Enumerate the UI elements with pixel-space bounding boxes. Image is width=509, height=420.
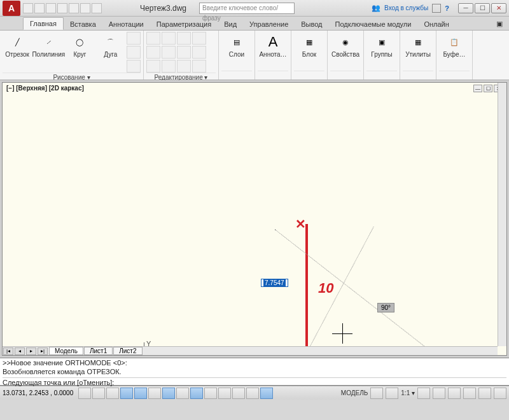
sc-toggle[interactable] — [246, 388, 259, 399]
panel-groups: ▣Группы — [364, 31, 400, 80]
tpy-toggle[interactable] — [218, 388, 231, 399]
quickview-layouts-icon[interactable] — [370, 388, 383, 399]
draw-extra-1[interactable] — [127, 32, 141, 45]
ribbon: ╱Отрезок ⟋Полилиния ◯Круг ⌒Дуга Рисовани… — [0, 31, 509, 80]
annotation-scale[interactable]: 1:1 ▾ — [401, 389, 415, 396]
toolbar-lock-icon[interactable] — [448, 388, 461, 399]
lwt-toggle[interactable] — [204, 388, 217, 399]
tab-plugins[interactable]: Подключаемые модули — [329, 18, 418, 30]
annotation-dim-h: 10 — [225, 355, 241, 356]
draw-extra-2[interactable] — [127, 46, 141, 59]
tab-nav-first-icon[interactable]: |◂ — [3, 347, 13, 355]
tab-manage[interactable]: Управление — [243, 18, 295, 30]
qat-redo-icon[interactable] — [92, 3, 102, 13]
stretch-icon[interactable] — [146, 60, 160, 73]
layout2-tab[interactable]: Лист2 — [113, 347, 142, 355]
model-tab[interactable]: Модель — [49, 347, 83, 355]
qat-open-icon[interactable] — [34, 3, 45, 13]
tab-view[interactable]: Вид — [218, 18, 243, 30]
draw-extra-3[interactable] — [127, 60, 141, 73]
modify-extra-2[interactable] — [192, 46, 206, 59]
coordinates-display[interactable]: 13.0731, 2.2453 , 0.0000 — [3, 389, 73, 396]
workspace-switching-icon[interactable] — [433, 388, 445, 399]
snap-mode-toggle[interactable] — [78, 388, 91, 399]
tab-insert[interactable]: Вставка — [64, 18, 102, 30]
sign-in-link[interactable]: Вход в службы — [384, 4, 428, 11]
hardware-accel-icon[interactable] — [463, 388, 476, 399]
help-search-input[interactable]: Введите ключевое слово/фразу — [199, 3, 295, 14]
cmd-history-1: >>Новое значение ORTHOMODE <0>: — [3, 359, 506, 368]
mirror-icon[interactable] — [162, 46, 176, 59]
app-menu-icon[interactable]: A — [3, 1, 20, 16]
block-button[interactable]: ▦Блок — [294, 32, 324, 59]
layout1-tab[interactable]: Лист1 — [84, 347, 113, 355]
circle-icon: ◯ — [70, 33, 89, 51]
tab-online[interactable]: Онлайн — [417, 18, 455, 30]
modify-extra-1[interactable] — [192, 32, 206, 45]
groups-button[interactable]: ▣Группы — [366, 32, 397, 59]
ortho-toggle[interactable] — [106, 388, 119, 399]
grid-toggle[interactable] — [92, 388, 105, 399]
circle-button[interactable]: ◯Круг — [65, 32, 94, 59]
ribbon-expand-icon[interactable]: ▣ — [490, 18, 509, 30]
panel-modify: Редактирование ▾ — [144, 31, 219, 80]
copy-icon[interactable] — [146, 46, 160, 59]
tab-nav-prev-icon[interactable]: ◂ — [15, 347, 25, 355]
model-space-label[interactable]: МОДЕЛЬ — [341, 389, 368, 396]
3dosnap-toggle[interactable] — [148, 388, 161, 399]
drawing-canvas[interactable]: [−] [Верхняя] [2D каркас] — ☐ ✕ Y X ✕ 10… — [2, 82, 507, 356]
modify-extra-3[interactable] — [192, 60, 206, 73]
maximize-button[interactable]: ☐ — [475, 3, 490, 13]
viewport-label[interactable]: [−] [Верхняя] [2D каркас] — [6, 85, 84, 92]
exchange-icon[interactable] — [432, 4, 441, 13]
otrack-toggle[interactable] — [162, 388, 175, 399]
quickview-drawings-icon[interactable] — [386, 388, 398, 399]
minimize-button[interactable]: ─ — [458, 3, 473, 13]
qat-save-icon[interactable] — [46, 3, 56, 13]
tab-annotate[interactable]: Аннотации — [102, 18, 150, 30]
scale-icon[interactable] — [162, 60, 176, 73]
viewport-maximize-icon[interactable]: ☐ — [484, 85, 492, 92]
close-button[interactable]: ✕ — [491, 3, 506, 13]
annotation-visibility-icon[interactable] — [417, 388, 430, 399]
tab-output[interactable]: Вывод — [295, 18, 328, 30]
qat-print-icon[interactable] — [69, 3, 79, 13]
fillet-icon[interactable] — [177, 46, 191, 59]
layers-button[interactable]: ▤Слои — [221, 32, 252, 59]
text-button[interactable]: AАннота… — [258, 32, 288, 59]
dyn-toggle[interactable] — [190, 388, 203, 399]
status-bar: 13.0731, 2.2453 , 0.0000 МОДЕЛЬ 1:1 ▾ — [0, 386, 509, 400]
dynamic-input-box[interactable]: 7.7547 — [261, 279, 288, 287]
arc-button[interactable]: ⌒Дуга — [96, 32, 125, 59]
polyline-button[interactable]: ⟋Полилиния — [33, 32, 64, 59]
clipboard-button[interactable]: 📋Буфе… — [439, 32, 470, 59]
tracking-line-1 — [275, 229, 441, 356]
qat-undo-icon[interactable] — [80, 3, 90, 13]
tab-home[interactable]: Главная — [23, 17, 64, 30]
vertical-scrollbar[interactable] — [498, 83, 506, 346]
properties-button[interactable]: ◉Свойства — [330, 32, 361, 59]
trim-icon[interactable] — [177, 32, 191, 45]
line-button[interactable]: ╱Отрезок — [3, 32, 32, 59]
polar-toggle[interactable] — [120, 388, 133, 399]
rotate-icon[interactable] — [162, 32, 176, 45]
move-icon[interactable] — [146, 32, 160, 45]
viewport-minimize-icon[interactable]: — — [473, 85, 482, 92]
ducs-toggle[interactable] — [176, 388, 189, 399]
array-icon[interactable] — [177, 60, 191, 73]
tab-nav-last-icon[interactable]: ▸| — [38, 347, 48, 355]
clean-screen-icon[interactable] — [494, 388, 506, 399]
annotation-line-vertical — [305, 224, 308, 356]
model-toggle[interactable] — [260, 388, 273, 399]
utilities-button[interactable]: ▦Утилиты — [403, 32, 433, 59]
qat-new-icon[interactable] — [23, 3, 33, 13]
command-line[interactable]: >>Новое значение ORTHOMODE <0>: Возобнов… — [0, 358, 509, 386]
help-icon[interactable]: ? — [445, 4, 449, 12]
osnap-toggle[interactable] — [134, 388, 147, 399]
qat-saveas-icon[interactable] — [57, 3, 67, 13]
tab-parametric[interactable]: Параметризация — [150, 18, 218, 30]
isolate-objects-icon[interactable] — [478, 388, 491, 399]
document-title: Чертеж3.dwg — [140, 4, 186, 13]
qp-toggle[interactable] — [232, 388, 245, 399]
tab-nav-next-icon[interactable]: ▸ — [26, 347, 36, 355]
